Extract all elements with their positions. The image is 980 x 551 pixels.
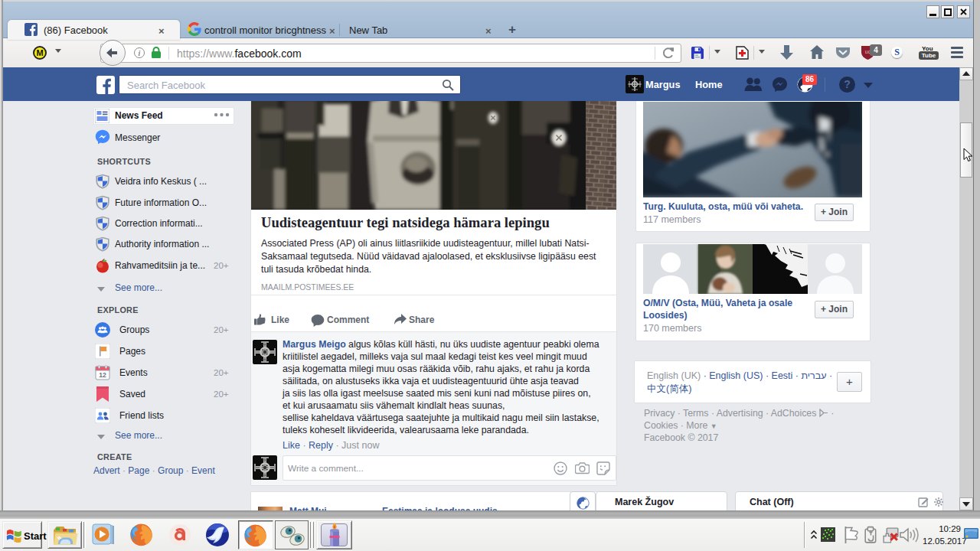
svg-text:12: 12 [99, 371, 106, 379]
